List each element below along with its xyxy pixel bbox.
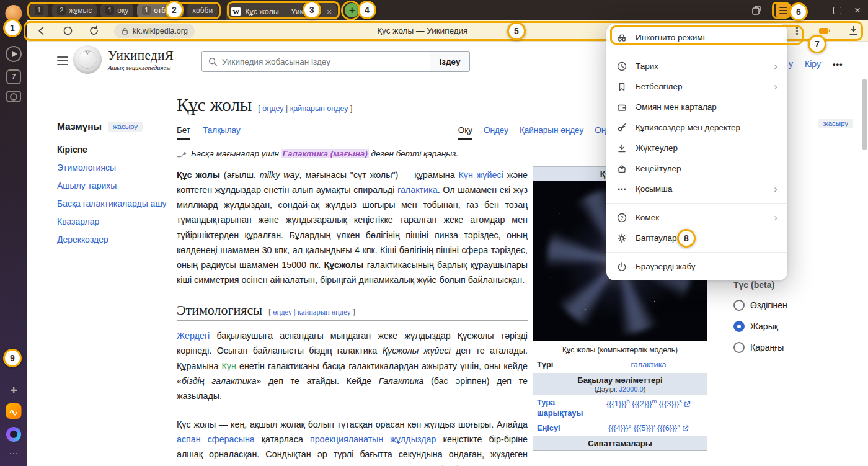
yandex-music-icon[interactable] [6,403,22,419]
tab-group-chip-work[interactable]: 2жұмыс [52,4,97,17]
inline-link[interactable]: Күн [221,361,236,371]
toc-item-quasars[interactable]: Квазарлар [57,217,174,227]
menu-item-extensions[interactable]: Кеңейтулер [606,158,787,179]
toc-item-other-galaxies[interactable]: Басқа галактикаларды ашу [57,199,174,209]
menu-item-more[interactable]: Қосымша › [606,179,787,199]
menu-item-incognito[interactable]: Инкогнито режимі [606,27,787,48]
edit-source-link[interactable]: қайнарын өңдеу [298,308,351,316]
screenshot-icon[interactable] [6,91,21,102]
color-option-light[interactable]: Жарық [733,321,839,332]
scrollbar-thumb[interactable] [862,79,867,150]
tab-group-chip-1[interactable]: 1 [30,4,48,17]
ellipsis-icon [616,184,627,195]
infobox-ra-label[interactable]: Тура шарықтауы [537,398,594,418]
menu-item-wallet[interactable]: Әмиян мен карталар [606,97,787,117]
wikipedia-logo[interactable]: УикипедиЯ Ашық энциклопедиясы [73,45,174,74]
external-link-icon[interactable] [684,401,691,408]
tab-edit-source[interactable]: Қайнарын өңдеу [520,125,583,140]
music-wave-icon [8,406,19,417]
menu-item-quit[interactable]: Браузерді жабу [606,256,787,277]
color-option-dark[interactable]: Қараңғы [733,342,839,353]
tab-page[interactable]: Бет [177,125,190,140]
extensions-icon [616,163,627,174]
toolbar-more-icon[interactable]: ⋮ [792,25,802,37]
article: Құс жолы [ өңдеу | қайнарын өңдеу ] Бет … [177,95,528,466]
search-button[interactable]: Іздеу [430,52,469,71]
toc-item-intro[interactable]: Кіріспе [57,145,174,155]
browser-sidebar: 7 + ⋯ [0,0,27,466]
inline-link[interactable]: {{{2}}} [630,400,652,408]
infobox-type-value[interactable]: галактика [594,360,703,370]
callout-9: 9 [3,349,22,367]
menu-item-settings[interactable]: Баптаулар [606,228,787,248]
inline-link[interactable]: Жердегі [177,331,210,341]
inline-link[interactable]: галактика [397,185,438,195]
inline-link[interactable]: J2000.0 [619,385,644,393]
text-segment: (Дәуірі: [595,385,619,393]
inline-link[interactable]: Галактика (мағына) [281,149,369,158]
toc-hide-button[interactable]: жасыру [108,122,143,132]
tab-strip: 1 2жұмыс 1оқу 1отбасы хобби W Құс жолы —… [27,0,868,20]
redirect-icon [177,150,187,160]
tab-counter-icon[interactable]: 7 [6,69,21,84]
maximize-button[interactable] [833,7,841,14]
sidebar-more-icon[interactable]: ⋯ [9,448,19,459]
color-setting-title: Түс (beta) [733,280,839,290]
panels-icon[interactable] [751,4,763,16]
toc-item-discovery[interactable]: Ашылу тарихы [57,181,174,191]
inline-link[interactable]: {{{1}}} [606,400,626,408]
video-play-icon[interactable] [6,46,22,62]
menu-item-downloads[interactable]: Жүктеулер [606,138,787,158]
pipe: | [286,104,288,113]
toc-item-etymology[interactable]: Этимологиясы [57,163,174,173]
menu-item-label: Бетбелгілер [636,82,682,91]
edit-link[interactable]: өңдеу [273,308,292,316]
tab-read[interactable]: Оқу [458,125,472,140]
header-more-icon[interactable]: ••• [833,60,843,69]
address-bar[interactable]: kk.wikipedia.org [114,24,195,38]
radio-icon[interactable] [733,321,745,332]
radio-icon[interactable] [733,300,745,311]
radio-icon[interactable] [733,342,745,353]
tab-talk[interactable]: Талқылау [203,125,241,140]
inline-link[interactable]: Күн жүйесі [459,170,503,180]
edit-source-link[interactable]: қайнарын өңдеу [290,104,348,113]
back-icon[interactable] [36,25,48,37]
menu-item-bookmarks[interactable]: Бетбелгілер › [606,76,787,97]
refresh-icon[interactable] [88,25,100,37]
infobox-dec-label[interactable]: Еңісуі [537,423,594,434]
sidebar-add-icon[interactable]: + [10,383,17,398]
search-input[interactable] [222,57,424,66]
download-icon[interactable] [848,25,859,37]
login-link[interactable]: Кіру [805,59,821,69]
new-tab-button[interactable]: + [345,3,359,17]
inline-link[interactable]: {{{3}}} [657,400,679,408]
inline-link[interactable]: проекцияланатын жұлдыздар [310,434,436,444]
edit-link[interactable]: өңдеу [262,104,283,113]
text-segment: Құсжолы жүйесі [383,346,451,356]
url-text: kk.wikipedia.org [133,27,188,35]
menu-item-history[interactable]: Тарих › [606,56,787,76]
tab-close-icon[interactable]: × [327,7,332,17]
text-segment: Құс жолы — кең, ақшыл жолақ болып тұтасқ… [177,419,528,429]
close-window-button[interactable]: × [854,5,861,16]
appearance-hide-button[interactable]: жасыру [818,119,853,128]
alice-icon[interactable] [6,427,21,442]
inline-link[interactable]: аспан сферасына [177,434,255,444]
menu-item-label: Тарих [636,61,658,71]
scrollbar[interactable] [862,42,867,466]
wiki-menu-icon[interactable] [57,56,68,65]
external-link-icon[interactable] [682,425,689,432]
inline-link[interactable]: s [679,398,682,405]
menu-item-help[interactable]: ? Көмек › [606,207,787,228]
yandex-search-icon[interactable] [62,25,74,37]
color-option-auto[interactable]: Өздігінен [733,300,839,311]
tab-group-chip-hobby[interactable]: хобби [187,4,218,17]
toc-item-references[interactable]: Дереккөздер [57,235,174,245]
header-link-tail[interactable]: у [789,59,793,69]
tab-edit[interactable]: Өңдеу [484,125,508,140]
menu-item-passwords[interactable]: Құпиясөздер мен деректер [606,117,787,138]
inline-link[interactable]: {{{4}}}° {{{5}}}′ {{{6}}}″ [608,424,680,432]
tab-group-chip-study[interactable]: 1оқу [100,4,133,17]
wallet-icon [616,102,627,113]
